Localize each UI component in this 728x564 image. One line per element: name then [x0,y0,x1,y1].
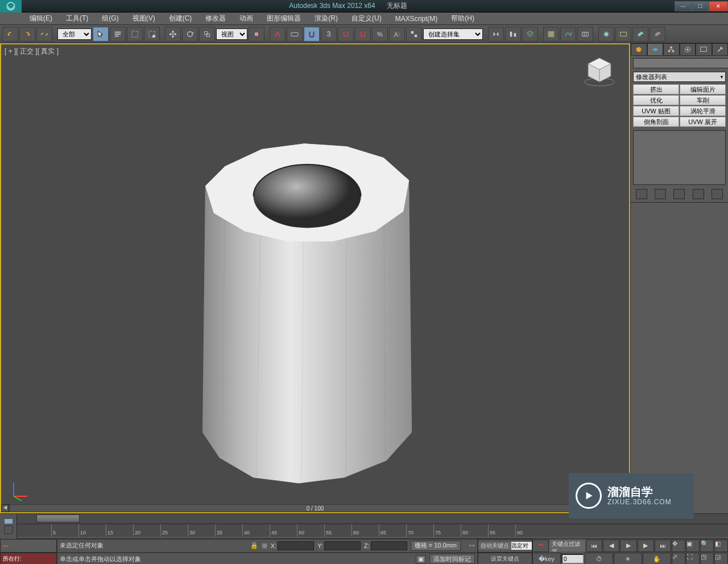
schematic-view-icon[interactable] [560,27,576,42]
comm-center-icon[interactable]: ⊶ [469,542,475,549]
modifier-list-dropdown[interactable]: 修改器列表 [633,72,726,82]
manipulate-icon[interactable] [270,27,286,42]
goto-start-icon[interactable]: ⏮ [586,540,602,552]
mod-uvw-map-button[interactable]: UVW 贴图 [633,106,679,116]
angle-snap-icon[interactable]: 3 [321,27,337,42]
scroll-left-icon[interactable]: ◀ [1,504,9,512]
percent-icon[interactable]: % [372,27,388,42]
object-name-input[interactable] [633,58,728,68]
tab-display[interactable] [696,43,712,56]
viewport-label[interactable]: [ + ][ 正交 ][ 真实 ] [5,47,59,56]
tab-create[interactable] [631,43,647,56]
nav-pan-icon[interactable]: ✥ [672,540,685,552]
coord-y-input[interactable] [324,541,361,550]
mod-optimize-button[interactable]: 优化 [633,95,679,105]
menu-group[interactable]: 组(G) [95,13,125,24]
scale-icon[interactable] [199,27,215,42]
viewport-scrollbar[interactable]: ◀ 0 / 100 ▶ [1,504,629,512]
selected-key-button[interactable]: 选定对 [511,542,532,550]
rotate-icon[interactable] [182,27,198,42]
coord-z-input[interactable] [371,541,407,550]
menu-modifiers[interactable]: 修改器 [198,13,233,24]
snap-toggle-icon[interactable] [304,27,320,42]
time-ruler[interactable]: 51015202530354045505560657075808590 [17,524,728,537]
auto-key-button[interactable]: 自动关键点 [478,542,511,550]
link-icon[interactable] [36,27,52,42]
app-icon[interactable] [0,0,22,13]
named-selection-dropdown[interactable]: 创建选择集 [423,28,483,40]
menu-views[interactable]: 视图(V) [126,13,162,24]
selection-filter-dropdown[interactable]: 全部 [57,28,92,40]
spinner-snap-icon[interactable] [355,27,371,42]
menu-graph-editors[interactable]: 图形编辑器 [260,13,308,24]
selection-lock-icon[interactable]: ▦ [262,542,267,549]
configure-sets-icon[interactable] [712,189,723,199]
tab-modify[interactable] [647,43,664,56]
material-editor-icon[interactable] [577,27,593,42]
tab-hierarchy[interactable] [663,43,680,56]
tab-motion[interactable] [680,43,696,56]
viewcube[interactable] [582,55,617,89]
mod-turbosmooth-button[interactable]: 涡轮平滑 [680,106,726,116]
prev-frame-icon[interactable]: ◀ [603,540,619,552]
time-config-icon[interactable] [0,514,17,539]
render-setup-icon[interactable] [598,27,614,42]
remove-modifier-icon[interactable] [693,189,704,199]
key-toggle-icon[interactable]: �key [532,553,561,564]
lock-icon[interactable]: 🔒 [250,542,258,549]
minimize-button[interactable]: — [675,1,692,11]
menu-help[interactable]: 帮助(H) [444,13,481,24]
curve-editor-icon[interactable] [543,27,559,42]
key-filters-button[interactable]: 关键点过滤器... [549,540,585,551]
pivot-icon[interactable] [249,27,264,42]
menu-edit[interactable]: 编辑(E) [23,13,59,24]
menu-create[interactable]: 创建(C) [162,13,199,24]
time-slider-thumb[interactable] [36,514,80,522]
render-prod-icon[interactable] [632,27,648,42]
select-region-icon[interactable] [127,27,143,42]
nav-zoom-icon[interactable]: 🔍 [700,540,714,552]
edit-named-sel-icon[interactable] [389,27,405,42]
pin-stack-icon[interactable] [636,189,647,199]
layers-icon[interactable] [522,27,538,42]
menu-animation[interactable]: 动画 [233,13,260,24]
menu-rendering[interactable]: 渲染(R) [308,13,345,24]
nav-zoom-extents-icon[interactable]: ▣ [686,540,700,552]
select-by-name-icon[interactable] [110,27,126,42]
mod-lathe-button[interactable]: 车削 [680,95,726,105]
mod-edit-patch-button[interactable]: 编辑面片 [680,84,726,94]
key-mode-icon[interactable] [532,540,549,552]
viewport[interactable]: [ + ][ 正交 ][ 真实 ] [0,43,630,513]
set-key-button[interactable]: 设置关键点 [478,555,532,563]
menu-maxscript[interactable]: MAXScript(M) [388,13,445,24]
maximize-button[interactable]: ☐ [692,1,709,11]
modifier-stack[interactable] [633,130,726,185]
nav-orbit-icon[interactable]: ✋ [643,553,671,564]
time-tag-icon[interactable]: ▣ [416,555,426,563]
nav-region-icon[interactable]: ◲ [714,553,728,564]
mod-uvw-unwrap-button[interactable]: UVW 展开 [680,117,726,127]
mod-chamfer-button[interactable]: 倒角剖面 [633,117,679,127]
nav-fov-icon[interactable]: ◧ [714,540,728,552]
select-object-icon[interactable] [93,27,109,42]
current-frame-input[interactable] [561,554,584,564]
make-unique-icon[interactable] [673,189,685,199]
nav-zoom-all-icon[interactable]: ◳ [700,553,714,564]
menu-tools[interactable]: 工具(T) [59,13,95,24]
nav-walk-icon[interactable]: ⬀ [672,553,685,564]
play-icon[interactable]: ▶ [620,540,636,552]
redo-icon[interactable] [19,27,35,42]
next-frame-icon[interactable]: ▶ [638,540,654,552]
isolate-icon[interactable]: ☀ [614,553,642,564]
coord-x-input[interactable] [278,541,314,550]
close-button[interactable]: ✕ [709,1,728,11]
percent-snap-icon[interactable] [338,27,354,42]
ref-coord-dropdown[interactable]: 视图 [216,28,247,40]
undo-icon[interactable] [2,27,18,42]
time-config-button[interactable]: ⏱ [585,553,613,564]
align-icon[interactable] [505,27,521,42]
mod-extrude-button[interactable]: 挤出 [633,84,679,94]
goto-end-icon[interactable]: ⏭ [655,540,671,552]
show-end-result-icon[interactable] [655,189,666,199]
frame-indicator[interactable]: 0 / 100 [10,505,621,512]
